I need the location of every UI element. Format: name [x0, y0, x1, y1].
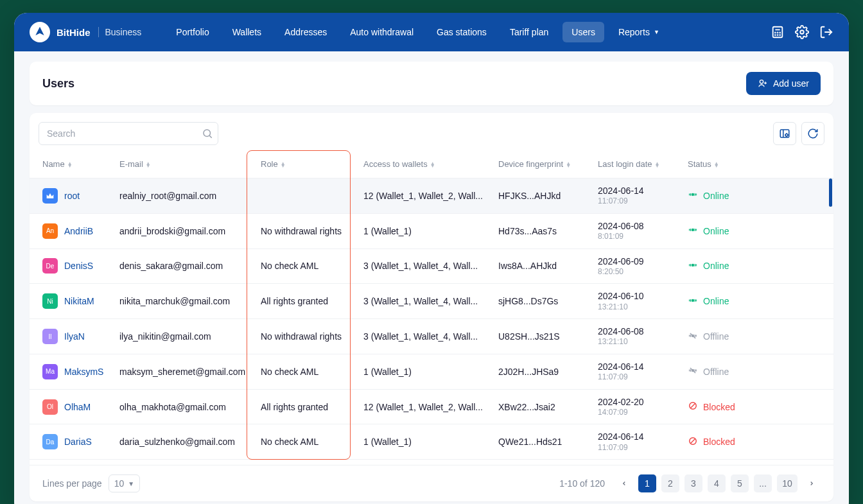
settings-icon[interactable]	[795, 25, 809, 39]
user-last-login: 2024-06-14 11:07:09	[591, 424, 681, 460]
col-access[interactable]: Access to wallets▲▼	[357, 150, 492, 178]
status-icon	[688, 366, 698, 377]
user-access: 1 (Wallet_1)	[357, 354, 492, 389]
user-role: No check AML	[254, 248, 357, 284]
user-name-link[interactable]: MaksymS	[64, 367, 103, 377]
user-last-login: 2024-06-08 8:01:09	[591, 213, 681, 248]
scroll-indicator[interactable]	[829, 178, 832, 207]
user-name-link[interactable]: IlyaN	[64, 331, 85, 342]
nav-portfolio[interactable]: Portfolio	[167, 22, 218, 42]
nav-addresses[interactable]: Addresses	[275, 22, 336, 42]
svg-point-7	[780, 35, 780, 35]
table-wrapper: Name▲▼ E-mail▲▼ Role▲▼ Access to wallets…	[30, 150, 833, 465]
page-4[interactable]: 4	[708, 474, 726, 492]
svg-point-3	[778, 32, 778, 33]
search-input[interactable]	[39, 122, 218, 145]
nav-users[interactable]: Users	[562, 22, 604, 42]
user-name-link[interactable]: OlhaM	[64, 402, 91, 412]
page-3[interactable]: 3	[684, 474, 702, 492]
user-email: ilya_nikitin@gmail.com	[113, 319, 254, 354]
svg-point-20	[692, 264, 694, 266]
user-name-link[interactable]: DenisS	[64, 261, 93, 271]
table-row[interactable]: An AndriiB andrii_brodski@gmail.com No w…	[30, 213, 833, 248]
svg-point-10	[760, 80, 763, 83]
nav-reports[interactable]: Reports▼	[609, 22, 668, 42]
col-role[interactable]: Role▲▼	[254, 150, 357, 178]
user-status: Offline	[688, 366, 827, 377]
svg-point-2	[775, 32, 776, 33]
page-5[interactable]: 5	[731, 474, 749, 492]
user-name-link[interactable]: root	[64, 191, 80, 201]
svg-line-29	[691, 439, 695, 443]
user-last-login: 2024-06-14 11:07:09	[591, 354, 681, 389]
page-range: 1-10 of 120	[559, 478, 605, 489]
chevron-down-icon: ▼	[654, 29, 659, 35]
page-10[interactable]: 10	[777, 474, 798, 492]
user-email: olha_makhota@gmail.com	[113, 389, 254, 424]
user-status: Online	[688, 225, 827, 236]
status-icon	[688, 261, 698, 272]
user-access: 1 (Wallet_1)	[357, 213, 492, 248]
col-last-login[interactable]: Last login date▲▼	[591, 150, 681, 178]
status-icon	[688, 225, 698, 236]
user-access: 12 (Wallet_1, Wallet_2, Wall...	[357, 178, 492, 214]
table-row[interactable]: root realniy_root@gmail.com 12 (Wallet_1…	[30, 178, 833, 214]
nav-auto-withdrawal[interactable]: Auto withdrawal	[341, 22, 423, 42]
user-fingerprint: sjHG8...Ds7Gs	[492, 284, 591, 319]
lines-select[interactable]: 10 ▼	[109, 474, 140, 492]
page-title: Users	[42, 77, 74, 91]
svg-point-6	[778, 35, 778, 35]
user-status: Offline	[688, 331, 827, 342]
user-email: denis_sakara@gmail.com	[113, 248, 254, 284]
table-row[interactable]: Ol OlhaM olha_makhota@gmail.com All righ…	[30, 389, 833, 424]
page-prev[interactable]	[615, 474, 633, 492]
app-container: BitHide Business PortfolioWalletsAddress…	[14, 13, 849, 504]
col-status[interactable]: Status▲▼	[681, 150, 833, 178]
avatar	[42, 188, 58, 204]
col-fingerprint[interactable]: Device fingerprint▲▼	[492, 150, 591, 178]
nav-wallets[interactable]: Wallets	[223, 22, 270, 42]
user-name-link[interactable]: DariaS	[64, 437, 92, 447]
calculator-icon[interactable]	[771, 25, 785, 39]
content: Users Add user	[14, 51, 849, 504]
page-2[interactable]: 2	[661, 474, 679, 492]
avatar: Ni	[42, 293, 58, 309]
user-email: realniy_root@gmail.com	[113, 178, 254, 214]
page-1[interactable]: 1	[638, 474, 656, 492]
page-next[interactable]	[803, 474, 821, 492]
add-user-button[interactable]: Add user	[746, 72, 821, 95]
pagination: Lines per page 10 ▼ 1-10 of 120 12345...…	[30, 465, 833, 501]
col-name[interactable]: Name▲▼	[30, 150, 113, 178]
user-role: No withdrawal rights	[254, 213, 357, 248]
table-row[interactable]: Da DariaS daria_sulzhenko@gmail.com No c…	[30, 424, 833, 460]
user-fingerprint: QWe21...Hds21	[492, 424, 591, 460]
user-email: andrii_brodski@gmail.com	[113, 213, 254, 248]
columns-settings-button[interactable]	[773, 122, 796, 145]
nav-tariff-plan[interactable]: Tariff plan	[501, 22, 557, 42]
page-header: Users Add user	[30, 62, 833, 105]
avatar: An	[42, 223, 58, 239]
nav-gas-stations[interactable]: Gas stations	[428, 22, 496, 42]
status-icon	[688, 331, 698, 342]
brand-sub: Business	[98, 27, 142, 37]
user-role: No check AML	[254, 424, 357, 460]
refresh-button[interactable]	[801, 122, 824, 145]
table-row[interactable]: De DenisS denis_sakara@gmail.com No chec…	[30, 248, 833, 284]
user-access: 12 (Wallet_1, Wallet_2, Wall...	[357, 389, 492, 424]
table-row[interactable]: Ni NikitaM nikita_marchuk@gmail.com All …	[30, 284, 833, 319]
col-email[interactable]: E-mail▲▼	[113, 150, 254, 178]
user-email: daria_sulzhenko@gmail.com	[113, 424, 254, 460]
table-card: Name▲▼ E-mail▲▼ Role▲▼ Access to wallets…	[30, 113, 833, 501]
page-...: ...	[754, 474, 772, 492]
logout-icon[interactable]	[819, 25, 833, 39]
user-fingerprint: HFJKS...AHJkd	[492, 178, 591, 214]
status-icon	[688, 437, 698, 448]
header-actions	[771, 25, 833, 39]
user-status: Online	[688, 296, 827, 307]
table-row[interactable]: Il IlyaN ilya_nikitin@gmail.com No withd…	[30, 319, 833, 354]
user-access: 1 (Wallet_1)	[357, 424, 492, 460]
user-name-link[interactable]: AndriiB	[64, 226, 93, 236]
add-user-icon	[758, 78, 768, 89]
table-row[interactable]: Ma MaksymS maksym_sheremet@gmail.com No …	[30, 354, 833, 389]
user-name-link[interactable]: NikitaM	[64, 296, 94, 306]
